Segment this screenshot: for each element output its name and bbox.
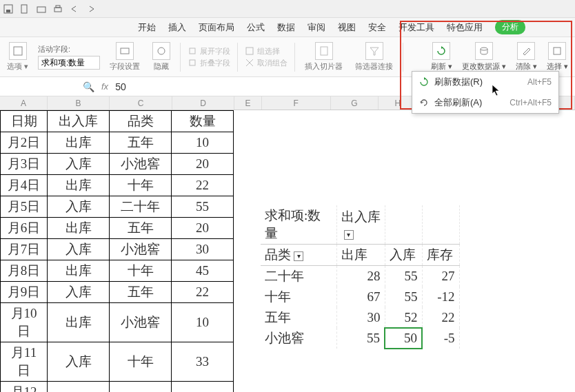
cell[interactable]: 二十年 bbox=[110, 382, 172, 393]
col-F[interactable]: F bbox=[262, 96, 331, 110]
tab-layout[interactable]: 页面布局 bbox=[199, 21, 234, 34]
open-icon[interactable] bbox=[36, 3, 47, 14]
grid-area[interactable]: 日期 出入库 品类 数量 月2日出库五年10月3日入库小池窖20月4日出库十年2… bbox=[0, 110, 575, 392]
cell[interactable]: 月3日 bbox=[1, 154, 48, 175]
cell[interactable]: 出库 bbox=[48, 218, 110, 239]
col-E[interactable]: E bbox=[234, 96, 261, 110]
dropdown-icon[interactable]: ▾ bbox=[344, 230, 354, 240]
data-table[interactable]: 日期 出入库 品类 数量 月2日出库五年10月3日入库小池窖20月4日出库十年2… bbox=[0, 110, 234, 392]
pivot-row-label[interactable]: 二十年 bbox=[261, 266, 336, 287]
tab-review[interactable]: 审阅 bbox=[307, 21, 325, 34]
clear-btn[interactable]: 清除 ▾ bbox=[513, 41, 540, 73]
cell[interactable]: 22 bbox=[172, 175, 234, 196]
pivot-row-label[interactable]: 小池窖 bbox=[261, 328, 336, 349]
pivot-cell[interactable]: 28 bbox=[336, 266, 385, 287]
pivot-row[interactable]: 十年6755-12 bbox=[261, 287, 459, 307]
cell[interactable]: 10 bbox=[172, 303, 234, 342]
select-btn[interactable]: 选择 ▾ bbox=[544, 41, 571, 73]
cell[interactable]: 十年 bbox=[110, 260, 172, 282]
pivot-row[interactable]: 二十年285527 bbox=[261, 266, 459, 287]
col-A[interactable]: A bbox=[0, 96, 48, 110]
cell[interactable]: 28 bbox=[172, 382, 234, 393]
cell[interactable]: 30 bbox=[172, 239, 234, 260]
cell[interactable]: 20 bbox=[172, 154, 234, 175]
cell[interactable]: 小池窖 bbox=[110, 154, 172, 175]
pivot-cell[interactable]: 52 bbox=[385, 307, 422, 328]
pivot-table[interactable]: 求和项:数量 出入库▾ 品类▾ 出库 入库 库存 二十年285527十年6755… bbox=[261, 205, 460, 349]
cell[interactable]: 五年 bbox=[110, 218, 172, 239]
table-row[interactable]: 月6日出库五年20 bbox=[1, 218, 234, 239]
cell[interactable]: 月4日 bbox=[1, 175, 48, 196]
cell[interactable]: 20 bbox=[172, 218, 234, 239]
refresh-data-item[interactable]: 刷新数据(R) Alt+F5 bbox=[412, 72, 558, 92]
zoom-icon[interactable]: 🔍 bbox=[83, 81, 94, 92]
tab-analysis[interactable]: 分析 bbox=[495, 20, 525, 34]
tab-security[interactable]: 安全 bbox=[368, 21, 386, 34]
pivot-row-label[interactable]: 五年 bbox=[261, 307, 336, 328]
cell[interactable]: 月11日 bbox=[1, 342, 48, 382]
formula-value[interactable]: 50 bbox=[115, 81, 126, 92]
cell[interactable]: 出库 bbox=[48, 260, 110, 282]
cell[interactable]: 月2日 bbox=[1, 132, 48, 154]
dropdown-icon[interactable]: ▾ bbox=[294, 251, 303, 261]
tab-devtools[interactable]: 开发工具 bbox=[399, 21, 434, 34]
cell[interactable]: 小池窖 bbox=[110, 303, 172, 342]
fx-label[interactable]: fx bbox=[101, 81, 108, 92]
table-row[interactable]: 月4日出库十年22 bbox=[1, 175, 234, 196]
active-field-input[interactable] bbox=[38, 56, 100, 70]
cell[interactable]: 入库 bbox=[48, 154, 110, 175]
tab-formula[interactable]: 公式 bbox=[247, 21, 265, 34]
table-row[interactable]: 月7日入库小池窖30 bbox=[1, 239, 234, 260]
cell[interactable]: 月6日 bbox=[1, 218, 48, 239]
cell[interactable]: 小池窖 bbox=[110, 239, 172, 260]
cell[interactable]: 55 bbox=[172, 196, 234, 218]
refresh-btn[interactable]: 刷新 ▾ bbox=[428, 41, 455, 73]
pivot-row[interactable]: 五年305222 bbox=[261, 307, 459, 328]
cell[interactable]: 入库 bbox=[48, 282, 110, 303]
tab-insert[interactable]: 插入 bbox=[168, 21, 186, 34]
cell[interactable]: 十年 bbox=[110, 342, 172, 382]
cell[interactable]: 入库 bbox=[48, 342, 110, 382]
col-D[interactable]: D bbox=[172, 96, 234, 110]
save-icon[interactable] bbox=[3, 3, 14, 14]
refresh-all-item[interactable]: 全部刷新(A) Ctrl+Alt+F5 bbox=[412, 92, 558, 113]
cell[interactable]: 入库 bbox=[48, 239, 110, 260]
cell[interactable]: 45 bbox=[172, 260, 234, 282]
options-group[interactable]: 选项 ▾ bbox=[4, 42, 31, 72]
col-G[interactable]: G bbox=[331, 96, 379, 110]
cell[interactable]: 月12日 bbox=[1, 382, 48, 393]
pivot-row-label[interactable]: 十年 bbox=[261, 287, 336, 307]
pivot-cell[interactable]: 55 bbox=[336, 328, 385, 349]
field-settings-btn[interactable]: 字段设置 bbox=[107, 42, 143, 72]
cell[interactable]: 五年 bbox=[110, 132, 172, 154]
pivot-cell[interactable]: 50 bbox=[385, 328, 422, 349]
table-row[interactable]: 月12日出库二十年28 bbox=[1, 382, 234, 393]
cell[interactable]: 入库 bbox=[48, 196, 110, 218]
table-row[interactable]: 月9日入库五年22 bbox=[1, 282, 234, 303]
cell[interactable]: 33 bbox=[172, 342, 234, 382]
cell[interactable]: 二十年 bbox=[110, 196, 172, 218]
table-row[interactable]: 月3日入库小池窖20 bbox=[1, 154, 234, 175]
cell[interactable]: 月5日 bbox=[1, 196, 48, 218]
redo-icon[interactable] bbox=[85, 3, 97, 14]
change-source-btn[interactable]: 更改数据源 ▾ bbox=[459, 41, 509, 73]
cell[interactable]: 出库 bbox=[48, 132, 110, 154]
cell[interactable]: 月10日 bbox=[1, 303, 48, 342]
pivot-cell[interactable]: 27 bbox=[422, 266, 459, 287]
tab-view[interactable]: 视图 bbox=[338, 21, 356, 34]
pivot-cell[interactable]: -5 bbox=[422, 328, 459, 349]
undo-icon[interactable] bbox=[69, 3, 80, 14]
cell[interactable]: 出库 bbox=[48, 382, 110, 393]
pivot-cell[interactable]: 67 bbox=[336, 287, 385, 307]
new-icon[interactable] bbox=[19, 3, 30, 14]
cell[interactable]: 月8日 bbox=[1, 260, 48, 282]
pivot-cell[interactable]: 22 bbox=[422, 307, 459, 328]
table-row[interactable]: 月2日出库五年10 bbox=[1, 132, 234, 154]
col-B[interactable]: B bbox=[48, 96, 110, 110]
cell[interactable]: 出库 bbox=[48, 303, 110, 342]
table-row[interactable]: 月8日出库十年45 bbox=[1, 260, 234, 282]
table-row[interactable]: 月5日入库二十年55 bbox=[1, 196, 234, 218]
cell[interactable]: 22 bbox=[172, 282, 234, 303]
pivot-cell[interactable]: 55 bbox=[385, 266, 422, 287]
tab-featured[interactable]: 特色应用 bbox=[447, 21, 483, 34]
